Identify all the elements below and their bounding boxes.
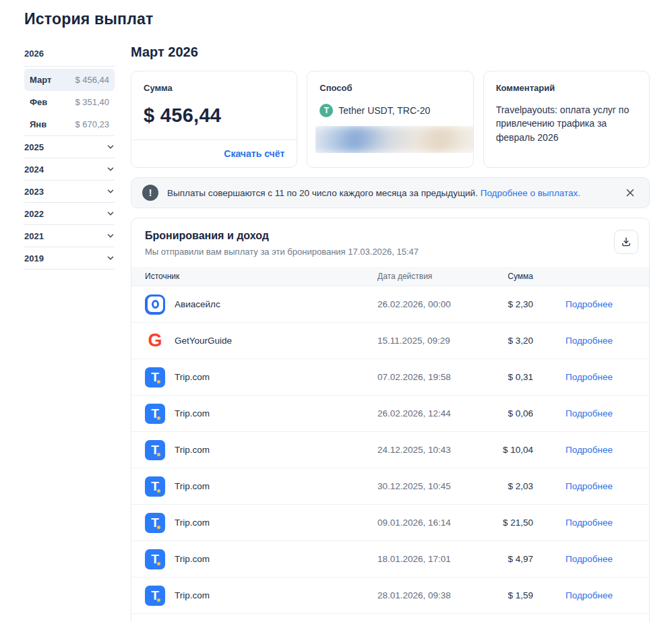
details-link[interactable]: Подробнее xyxy=(566,554,613,564)
payment-method: Tether USDT, TRC-20 xyxy=(338,105,430,116)
row-amount: $ 1,59 xyxy=(502,590,543,600)
column-source: Источник xyxy=(145,272,377,281)
month-amount: $ 670,23 xyxy=(75,119,109,129)
sidebar-month-item[interactable]: Март$ 456,44 xyxy=(24,69,115,91)
source-name: Trip.com xyxy=(175,481,210,491)
row-amount: $ 0,31 xyxy=(502,372,543,382)
sidebar-year-item[interactable]: 2021 xyxy=(24,225,115,247)
details-link[interactable]: Подробнее xyxy=(566,372,613,382)
action-date: 18.01.2026, 17:01 xyxy=(377,554,502,564)
download-icon xyxy=(621,237,632,247)
table-row: GGetYourGuide15.11.2025, 09:29$ 3,20Подр… xyxy=(131,322,649,359)
details-cell: Подробнее xyxy=(543,372,636,382)
chevron-down-icon xyxy=(106,187,115,195)
aviasales-icon xyxy=(145,294,165,315)
table-row: TTrip.com07.02.2026, 19:58$ 0,31Подробне… xyxy=(131,359,649,395)
details-cell: Подробнее xyxy=(543,336,636,346)
payout-years-sidebar: 2026 Март$ 456,44Фев$ 351,40Янв$ 670,23 … xyxy=(24,44,115,270)
source-cell: TTrip.com xyxy=(145,404,377,424)
source-name: Trip.com xyxy=(175,518,210,528)
column-amount: Сумма xyxy=(502,272,543,281)
tripcom-icon: T xyxy=(145,404,165,424)
details-link[interactable]: Подробнее xyxy=(566,445,613,455)
details-link[interactable]: Подробнее xyxy=(566,590,613,600)
page-title: История выплат xyxy=(24,10,650,28)
year-label: 2023 xyxy=(24,187,44,197)
source-cell: TTrip.com xyxy=(145,549,377,569)
amount-card-label: Сумма xyxy=(144,83,284,93)
action-date: 15.11.2025, 09:29 xyxy=(377,336,502,346)
notice-text: Выплаты совершаются с 11 по 20 число каж… xyxy=(167,188,613,198)
details-link[interactable]: Подробнее xyxy=(566,299,613,309)
details-cell: Подробнее xyxy=(543,518,636,528)
source-name: Авиасейлс xyxy=(175,299,220,309)
source-cell: TTrip.com xyxy=(145,586,377,606)
table-row: T xyxy=(131,613,649,622)
payout-detail-main: Март 2026 Сумма $ 456,44 Скачать счёт Сп… xyxy=(131,44,650,622)
sidebar-year-current[interactable]: 2026 xyxy=(24,44,115,67)
chevron-down-icon xyxy=(106,254,115,262)
selected-month-heading: Март 2026 xyxy=(131,44,650,60)
action-date: 26.02.2026, 12:44 xyxy=(377,408,502,418)
bookings-income-card: Бронирования и доход Мы отправили вам вы… xyxy=(131,218,650,622)
details-cell: Подробнее xyxy=(543,408,636,418)
row-amount: $ 3,20 xyxy=(502,336,543,346)
source-cell: TTrip.com xyxy=(145,367,377,387)
table-row: TTrip.com26.02.2026, 12:44$ 0,06Подробне… xyxy=(131,395,649,431)
source-name: Trip.com xyxy=(175,554,210,564)
sidebar-month-item[interactable]: Фев$ 351,40 xyxy=(24,91,115,113)
getyourguide-icon: G xyxy=(145,331,165,351)
sidebar-year-item[interactable]: 2022 xyxy=(24,203,115,225)
details-link[interactable]: Подробнее xyxy=(566,408,613,418)
action-date: 26.02.2026, 00:00 xyxy=(377,299,502,309)
bookings-rows: Авиасейлс26.02.2026, 00:00$ 2,30Подробне… xyxy=(131,286,649,622)
sidebar-year-item[interactable]: 2023 xyxy=(24,181,115,203)
amount-card: Сумма $ 456,44 Скачать счёт xyxy=(131,71,297,168)
table-column-headers: Источник Дата действия Сумма xyxy=(131,267,649,286)
comment-card: Комментарий Travelpayouts: оплата услуг … xyxy=(483,71,650,168)
sidebar-year-item[interactable]: 2019 xyxy=(24,247,115,270)
details-link[interactable]: Подробнее xyxy=(566,481,613,491)
method-card-label: Способ xyxy=(319,83,460,93)
wallet-address-blurred xyxy=(315,126,472,153)
tripcom-icon: T xyxy=(145,586,165,606)
source-cell: TTrip.com xyxy=(145,476,377,497)
details-cell: Подробнее xyxy=(543,445,636,455)
comment-card-label: Комментарий xyxy=(496,83,637,93)
row-amount: $ 10,04 xyxy=(502,445,543,455)
download-report-button[interactable] xyxy=(614,230,638,254)
method-card: Способ T Tether USDT, TRC-20 xyxy=(307,71,473,168)
chevron-down-icon xyxy=(106,143,115,151)
tripcom-icon: T xyxy=(145,476,165,497)
chevron-down-icon xyxy=(106,165,115,173)
sidebar-year-item[interactable]: 2025 xyxy=(24,136,115,158)
details-link[interactable]: Подробнее xyxy=(566,518,613,528)
tether-icon: T xyxy=(319,104,333,117)
year-label: 2019 xyxy=(24,253,44,263)
source-name: Trip.com xyxy=(175,408,210,418)
download-invoice-link[interactable]: Скачать счёт xyxy=(224,148,284,159)
exclamation-icon: ! xyxy=(142,185,158,201)
action-date: 07.02.2026, 19:58 xyxy=(377,372,502,382)
source-cell: TTrip.com xyxy=(145,513,377,533)
details-cell: Подробнее xyxy=(543,299,636,309)
table-row: Авиасейлс26.02.2026, 00:00$ 2,30Подробне… xyxy=(131,286,649,322)
table-row: TTrip.com24.12.2025, 10:43$ 10,04Подробн… xyxy=(131,431,649,468)
table-row: TTrip.com30.12.2025, 10:45$ 2,03Подробне… xyxy=(131,468,649,504)
sidebar-year-item[interactable]: 2024 xyxy=(24,158,115,181)
close-icon[interactable] xyxy=(622,185,638,201)
source-name: GetYourGuide xyxy=(175,336,232,346)
source-name: Trip.com xyxy=(175,445,210,455)
bookings-subtitle: Мы отправили вам выплату за эти брониров… xyxy=(145,247,419,257)
year-label: 2024 xyxy=(24,164,44,175)
source-name: Trip.com xyxy=(175,372,210,382)
details-link[interactable]: Подробнее xyxy=(566,336,613,346)
tripcom-icon: T xyxy=(145,440,165,460)
payouts-info-link[interactable]: Подробнее о выплатах. xyxy=(481,188,580,198)
row-amount: $ 21,50 xyxy=(502,518,543,528)
year-label: 2025 xyxy=(24,142,44,152)
sidebar-months-list: Март$ 456,44Фев$ 351,40Янв$ 670,23 xyxy=(24,67,115,135)
sidebar-month-item[interactable]: Янв$ 670,23 xyxy=(24,113,115,135)
source-cell: TTrip.com xyxy=(145,440,377,460)
tripcom-icon: T xyxy=(145,513,165,533)
